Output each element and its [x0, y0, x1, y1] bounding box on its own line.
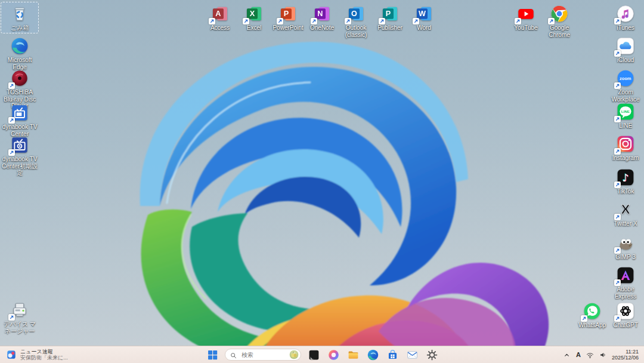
- shortcut-arrow-badge: [345, 18, 351, 24]
- desktop-icon-adobe-express[interactable]: Adobe Express: [607, 264, 644, 301]
- search-input[interactable]: [240, 351, 286, 359]
- desktop-icon-word[interactable]: WWord: [405, 2, 442, 33]
- gimp-icon: [616, 233, 635, 253]
- widgets-icon: [6, 349, 17, 360]
- desktop-icon-itunes[interactable]: iTunes: [607, 2, 644, 33]
- desktop-icon-twitter-x[interactable]: XTwitter X: [607, 198, 644, 229]
- system-tray: A 11:21 2025/12/06: [557, 346, 644, 363]
- svg-text:P: P: [284, 10, 289, 18]
- ime-mode-indicator[interactable]: A: [575, 351, 581, 358]
- desktop-icon-excel[interactable]: XExcel: [236, 2, 273, 33]
- desktop-icon-dynabook-tv-center[interactable]: dynabook TV Center: [1, 101, 38, 139]
- desktop-icon-label: iTunes: [617, 24, 634, 32]
- word-icon: W: [414, 4, 434, 23]
- file-explorer-icon: [347, 349, 360, 361]
- desktop-icon-gimp[interactable]: GIMP 3: [607, 232, 644, 262]
- shortcut-arrow-badge: [614, 214, 621, 220]
- shortcut-arrow-badge: [614, 182, 621, 188]
- taskbar-app-black-app[interactable]: [306, 347, 321, 362]
- desktop-icon-whatsapp[interactable]: WhatsApp: [574, 300, 611, 330]
- hidden-icons-chevron[interactable]: [562, 350, 571, 359]
- desktop-icon-access[interactable]: AAccess: [202, 2, 239, 33]
- desktop-icon-zoom-workplace[interactable]: zoomZoom Workplace: [607, 67, 644, 104]
- desktop-icon-label: ごみ箱: [11, 24, 29, 32]
- taskbar-search-box[interactable]: [225, 349, 301, 361]
- line-icon: LINE: [616, 102, 635, 121]
- taskbar-app-settings[interactable]: [425, 347, 439, 362]
- adobe-express-icon: [616, 266, 635, 285]
- desktop-icon-label: Google Chrome: [541, 24, 577, 38]
- shortcut-arrow-badge: [614, 148, 621, 155]
- taskbar-app-store[interactable]: [385, 347, 400, 362]
- desktop-icon-label: Outlook (classic): [338, 24, 374, 38]
- taskbar-app-mail[interactable]: [405, 347, 419, 362]
- shortcut-arrow-badge: [581, 315, 587, 322]
- desktop-icon-label: Excel: [247, 24, 261, 32]
- desktop-icon-label: Adobe Express: [608, 286, 643, 300]
- desktop-icon-label: ChatGPT: [613, 322, 638, 329]
- dynabook-tv-center-icon: [10, 103, 29, 122]
- svg-text:zoom: zoom: [620, 76, 631, 81]
- taskbar-app-file-explorer[interactable]: [346, 347, 360, 362]
- shortcut-arrow-badge: [614, 18, 621, 24]
- instagram-icon: [616, 134, 635, 153]
- desktop-icon-recycle-bin[interactable]: ごみ箱: [1, 2, 38, 33]
- desktop-icon-label: YouTube: [514, 24, 537, 32]
- desktop-icon-label: デバイス マネージャー: [2, 321, 38, 334]
- shortcut-arrow-badge: [614, 247, 621, 254]
- desktop-icon-tiktok[interactable]: ♪♪♪TikTok: [607, 166, 644, 196]
- widget-news-title: ニュース速報: [20, 349, 68, 355]
- onenote-icon: N: [312, 4, 332, 23]
- desktop-icon-dynabook-tv-setup[interactable]: dynabook TV Center初期設定: [1, 134, 38, 178]
- svg-text:LINE: LINE: [621, 109, 630, 113]
- widget-news-headline: 安保防衛「未来に...: [20, 355, 68, 361]
- desktop-icon-publisher[interactable]: PPublisher: [371, 2, 408, 33]
- desktop-icon-onenote[interactable]: NOneNote: [304, 2, 340, 33]
- search-daily-image[interactable]: [289, 350, 299, 359]
- shortcut-arrow-badge: [614, 315, 621, 322]
- desktop-icon-google-chrome[interactable]: Google Chrome: [541, 2, 578, 39]
- shortcut-arrow-badge: [209, 18, 215, 24]
- publisher-icon: P: [380, 4, 400, 23]
- wifi-icon[interactable]: [586, 350, 595, 359]
- desktop-icon-label: OneNote: [310, 24, 334, 32]
- desktop-icon-device-manager[interactable]: デバイス マネージャー: [1, 299, 38, 336]
- desktop-icon-chatgpt[interactable]: ChatGPT: [607, 300, 644, 330]
- desktop-icon-outlook-classic[interactable]: OOutlook (classic): [338, 2, 374, 39]
- svg-text:♪: ♪: [623, 172, 629, 184]
- shortcut-arrow-badge: [614, 50, 621, 57]
- start-button[interactable]: [205, 347, 219, 362]
- desktop-icon-youtube[interactable]: YouTube: [507, 2, 544, 33]
- edge-icon: [367, 349, 379, 361]
- taskbar-clock[interactable]: 11:21 2025/12/06: [612, 349, 639, 361]
- google-chrome-icon: [550, 4, 569, 23]
- search-icon: [230, 351, 237, 359]
- taskbar-app-copilot[interactable]: [326, 347, 340, 362]
- shortcut-arrow-badge: [8, 82, 15, 89]
- desktop-icon-powerpoint[interactable]: PPowerPoint: [270, 2, 306, 33]
- desktop-icon-icloud[interactable]: iCloud: [607, 35, 644, 65]
- desktop-icon-instagram[interactable]: Instagram: [607, 133, 644, 163]
- settings-icon: [426, 349, 438, 361]
- whatsapp-icon: [583, 302, 602, 321]
- speaker-icon[interactable]: [599, 350, 608, 359]
- desktop-icon-label: LINE: [619, 122, 632, 130]
- desktop-icon-label: GIMP 3: [615, 254, 636, 261]
- outlook-classic-icon: O: [346, 4, 366, 23]
- desktop-icon-label: Twitter X: [614, 220, 637, 227]
- mail-icon: [406, 349, 419, 361]
- recycle-bin-icon: [10, 4, 29, 23]
- taskbar-app-edge[interactable]: [366, 347, 380, 362]
- shortcut-arrow-badge: [413, 18, 419, 24]
- desktop-icon-line[interactable]: LINELINE: [607, 100, 644, 131]
- widgets-news-button[interactable]: ニュース速報 安保防衛「未来に...: [0, 346, 74, 363]
- desktop-icon-label: Word: [417, 24, 431, 32]
- svg-text:O: O: [351, 10, 357, 18]
- shortcut-arrow-badge: [311, 18, 317, 24]
- desktop-icon-microsoft-edge[interactable]: Microsoft Edge: [1, 35, 38, 72]
- desktop-icon-label: PowerPoint: [273, 24, 303, 32]
- svg-text:P: P: [386, 10, 391, 18]
- shortcut-arrow-badge: [277, 18, 283, 24]
- desktop-surface[interactable]: ごみ箱Microsoft EdgeTOSHIBA Blu-ray Disc Pl…: [0, 0, 644, 363]
- desktop-icon-label: Publisher: [377, 24, 402, 32]
